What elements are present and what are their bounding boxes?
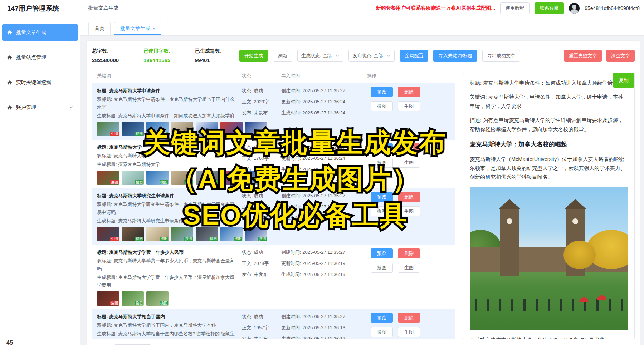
copy-button[interactable]: 复制: [613, 73, 634, 88]
thumbnail-image[interactable]: 生图: [97, 291, 119, 306]
col-header-keyword: 关键词: [97, 73, 242, 79]
row-time-col: 创建时间: 2025-05-27 11:35:27更新时间: 2025-05-2…: [281, 87, 371, 136]
refresh-button[interactable]: 刷新: [273, 50, 292, 62]
col-header-actions: 操作: [367, 73, 421, 79]
thumbnail-image[interactable]: 搜图: [146, 227, 169, 241]
generate-image-button[interactable]: 生图: [398, 158, 420, 168]
delete-button[interactable]: 删除: [398, 87, 420, 97]
thumbnail-image[interactable]: 搜图: [220, 227, 243, 241]
thumbnail-image[interactable]: 生图: [97, 227, 119, 241]
thumbnail-image[interactable]: 搜图: [122, 171, 144, 185]
contact-support-button[interactable]: 联系客服: [535, 2, 564, 14]
delete-button[interactable]: 删除: [398, 192, 420, 202]
thumbnail-image[interactable]: 生图: [97, 122, 119, 136]
thumbnail-image[interactable]: 搜图: [245, 227, 267, 241]
delete-button[interactable]: 删除: [398, 248, 420, 258]
start-generate-button[interactable]: 开始生成: [239, 50, 268, 62]
import-keywords-button[interactable]: 导入关键词/标题: [433, 50, 477, 62]
row-time-col: 创建时间: 2025-05-27 11:35:27更新时间: 2025-05-2…: [281, 248, 371, 306]
row-dual-title: 双标题: 麦克马斯特大学相当于国内，麦克马斯特大学本科: [97, 321, 235, 329]
generate-image-button[interactable]: 生图: [398, 206, 420, 216]
table-row: 标题: 麦克马斯特大学申请条件 双标题: 麦克马斯特大学申请条件，麦克马斯特大学…: [92, 83, 455, 140]
umbrella-graphic: [597, 295, 606, 300]
search-image-button[interactable]: 搜图: [371, 101, 393, 111]
thumbnail-image[interactable]: 搜图: [245, 171, 267, 185]
thumbnail-image[interactable]: 搜图: [196, 171, 218, 185]
promo-notice[interactable]: 新购套餐用户可联系客服赠送一万张AI原创生成配图...: [376, 5, 495, 11]
thumbnail-badge: 生图: [110, 237, 119, 241]
search-image-button[interactable]: 搜图: [371, 327, 393, 337]
thumbnail-image[interactable]: 搜图: [146, 171, 169, 185]
row-time-col: 创建时间: 2025-05-27 11:35:27更新时间: 2025-05-2…: [281, 313, 371, 336]
search-image-button[interactable]: 搜图: [371, 206, 393, 216]
stat-used-words: 已使用字数: 186441565: [143, 48, 190, 63]
thumbnail-image[interactable]: 搜图: [146, 291, 169, 306]
stat-value: 99401: [195, 57, 234, 63]
top-bar: 批量文章生成 新购套餐用户可联系客服赠送一万张AI原创生成配图... 使用教程 …: [80, 0, 644, 16]
preview-button[interactable]: 预览: [371, 248, 393, 258]
thumbnail-image[interactable]: 搜图: [146, 122, 169, 136]
preview-button[interactable]: 预览: [371, 87, 393, 97]
thumbnail-image[interactable]: 搜图: [122, 291, 144, 306]
stat-label: 已使用字数:: [143, 48, 190, 54]
thumbnail-image[interactable]: 搜图: [245, 122, 267, 136]
tab-home[interactable]: 首页: [88, 22, 111, 35]
home-icon: [7, 80, 13, 85]
publish-status-select[interactable]: 发布状态: 全部: [348, 50, 395, 62]
thumbnail-image[interactable]: 搜图: [122, 122, 144, 136]
generate-image-button[interactable]: 生图: [398, 101, 420, 111]
thumbnail-badge: 搜图: [234, 132, 242, 136]
thumbnail-badge: 搜图: [258, 180, 267, 184]
generate-image-button[interactable]: 生图: [398, 263, 420, 273]
sidebar-item-account[interactable]: 账户管理: [2, 99, 78, 116]
reset-failed-button[interactable]: 重置失败文章: [564, 50, 602, 62]
thumbnail-image[interactable]: 搜图: [220, 122, 243, 136]
generate-image-button[interactable]: 生图: [398, 327, 420, 337]
thumbnail-image[interactable]: 搜图: [171, 122, 193, 136]
preview-button[interactable]: 预览: [371, 313, 393, 323]
sidebar-menu: 批量文章生成 批量站点管理 实时关键词挖掘 账户管理: [0, 17, 80, 116]
thumbnail-badge: 搜图: [234, 237, 242, 241]
search-image-button[interactable]: 搜图: [371, 263, 393, 273]
stat-value: 186441565: [143, 57, 190, 63]
thumbnail-image[interactable]: 生图: [97, 171, 119, 185]
row-time-col: 创建时间: 2025-05-27 11:35:27更新时间: 2025-05-2…: [281, 192, 371, 241]
row-generated-title: 生成标题: 麦克马斯特大学研究生申请条件全解析: [97, 217, 235, 225]
thumbnail-image[interactable]: 搜图: [122, 227, 144, 241]
close-icon[interactable]: ×: [152, 26, 155, 31]
thumbnail-image[interactable]: 搜图: [171, 171, 193, 185]
delete-button[interactable]: 删除: [398, 313, 420, 323]
select-value: 发布状态: 全部: [352, 53, 383, 59]
table-header: 关键词 状态 导入时间 操作: [92, 73, 455, 83]
tutorial-button[interactable]: 使用教程: [500, 2, 530, 14]
avatar[interactable]: [569, 3, 580, 14]
thumbnail-badge: 搜图: [209, 180, 218, 184]
preview-button[interactable]: 预览: [371, 143, 393, 153]
article-preview-panel: 复制 标题: 麦克马斯特大学申请条件：如何成功进入加拿大顶级学府 关键词: 麦克…: [463, 73, 635, 339]
delete-button[interactable]: 删除: [398, 143, 420, 153]
thumbnail-image[interactable]: 搜图: [196, 122, 218, 136]
thumbnail-badge: 搜图: [135, 301, 143, 305]
table-row: 标题: 麦克马斯特大学学费一年多少人民币 双标题: 麦克马斯特大学学费一年多少人…: [92, 245, 455, 309]
search-image-button[interactable]: 搜图: [371, 158, 393, 168]
app-window: 147用户管理系统 批量文章生成 批量站点管理 实时关键词挖掘 账户管理 45: [0, 0, 644, 345]
tab-batch-article[interactable]: 批量文章生成 ×: [114, 22, 161, 35]
thumbnail-badge: 搜图: [184, 132, 193, 136]
export-success-button[interactable]: 导出成功文章: [482, 50, 520, 62]
sidebar-item-batch-article[interactable]: 批量文章生成: [2, 24, 78, 41]
table-row: 标题: 麦克马斯特大学相当于国内 双标题: 麦克马斯特大学相当于国内，麦克马斯特…: [92, 309, 455, 339]
thumbnail-image[interactable]: 搜图: [196, 227, 218, 241]
stat-label: 已生成篇数:: [195, 48, 234, 54]
sidebar-item-batch-site[interactable]: 批量站点管理: [2, 49, 78, 66]
sidebar-item-keyword-mining[interactable]: 实时关键词挖掘: [2, 74, 78, 91]
thumbnail-image[interactable]: 搜图: [171, 227, 193, 241]
table-row: 标题: 麦克马斯特大学 双标题: 麦克马斯特大学 生成标题: 探索麦克马斯特大学…: [92, 140, 455, 188]
global-config-button[interactable]: 全局配置: [400, 50, 428, 62]
chevron-down-icon: [69, 105, 73, 110]
preview-button[interactable]: 预览: [371, 192, 393, 202]
thumbnail-badge: 搜图: [135, 132, 143, 136]
thumbnail-badge: 搜图: [184, 237, 193, 241]
clear-articles-button[interactable]: 清空文章: [606, 50, 635, 62]
generate-status-select[interactable]: 生成状态: 全部: [297, 50, 343, 62]
thumbnail-image[interactable]: 搜图: [220, 171, 243, 185]
